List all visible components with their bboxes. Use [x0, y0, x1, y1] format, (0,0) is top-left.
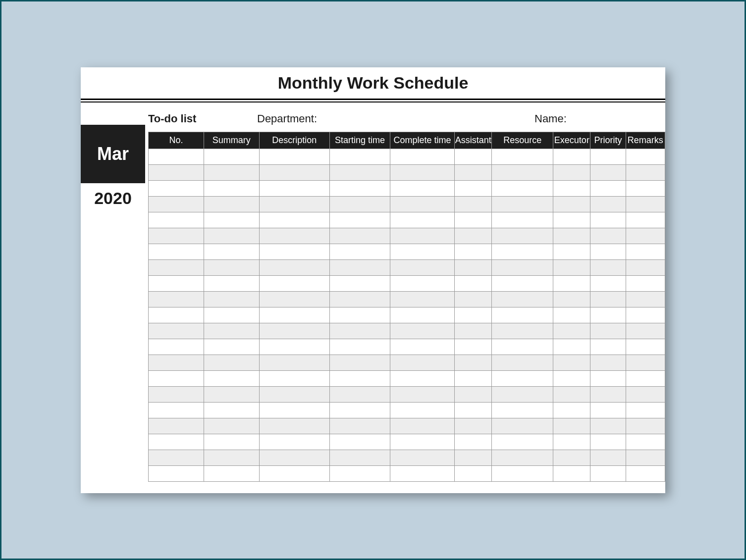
table-cell[interactable]: [390, 196, 454, 212]
table-cell[interactable]: [455, 149, 492, 164]
table-cell[interactable]: [590, 434, 626, 450]
table-cell[interactable]: [149, 386, 204, 402]
table-cell[interactable]: [329, 307, 390, 323]
table-cell[interactable]: [329, 275, 390, 291]
table-cell[interactable]: [590, 402, 626, 418]
table-cell[interactable]: [204, 212, 259, 228]
table-cell[interactable]: [149, 291, 204, 307]
table-cell[interactable]: [492, 228, 553, 244]
table-cell[interactable]: [590, 323, 626, 339]
table-cell[interactable]: [455, 291, 492, 307]
table-cell[interactable]: [492, 212, 553, 228]
table-cell[interactable]: [553, 164, 590, 180]
table-cell[interactable]: [492, 465, 553, 481]
table-cell[interactable]: [553, 244, 590, 259]
table-cell[interactable]: [455, 212, 492, 228]
table-cell[interactable]: [329, 465, 390, 481]
table-cell[interactable]: [590, 244, 626, 259]
table-cell[interactable]: [204, 370, 259, 386]
table-cell[interactable]: [204, 259, 259, 275]
table-cell[interactable]: [390, 180, 454, 196]
table-cell[interactable]: [492, 259, 553, 275]
table-cell[interactable]: [626, 307, 665, 323]
table-cell[interactable]: [626, 149, 665, 164]
table-cell[interactable]: [329, 323, 390, 339]
table-cell[interactable]: [204, 418, 259, 434]
table-cell[interactable]: [329, 386, 390, 402]
table-cell[interactable]: [626, 386, 665, 402]
table-cell[interactable]: [259, 307, 329, 323]
table-cell[interactable]: [259, 434, 329, 450]
table-cell[interactable]: [390, 434, 454, 450]
table-cell[interactable]: [204, 180, 259, 196]
table-cell[interactable]: [204, 164, 259, 180]
table-cell[interactable]: [149, 339, 204, 355]
table-cell[interactable]: [390, 149, 454, 164]
table-cell[interactable]: [626, 339, 665, 355]
table-cell[interactable]: [204, 228, 259, 244]
table-cell[interactable]: [259, 244, 329, 259]
table-cell[interactable]: [329, 291, 390, 307]
table-cell[interactable]: [329, 196, 390, 212]
table-cell[interactable]: [553, 291, 590, 307]
table-cell[interactable]: [553, 418, 590, 434]
table-cell[interactable]: [259, 323, 329, 339]
table-cell[interactable]: [329, 180, 390, 196]
table-cell[interactable]: [553, 228, 590, 244]
table-cell[interactable]: [390, 402, 454, 418]
table-cell[interactable]: [492, 307, 553, 323]
table-cell[interactable]: [329, 244, 390, 259]
table-cell[interactable]: [259, 180, 329, 196]
table-cell[interactable]: [553, 370, 590, 386]
table-cell[interactable]: [259, 339, 329, 355]
table-cell[interactable]: [204, 323, 259, 339]
table-cell[interactable]: [390, 291, 454, 307]
table-cell[interactable]: [390, 450, 454, 465]
table-cell[interactable]: [149, 434, 204, 450]
table-cell[interactable]: [626, 465, 665, 481]
table-cell[interactable]: [259, 291, 329, 307]
table-cell[interactable]: [590, 275, 626, 291]
table-cell[interactable]: [455, 418, 492, 434]
table-cell[interactable]: [259, 259, 329, 275]
table-cell[interactable]: [492, 434, 553, 450]
table-cell[interactable]: [455, 355, 492, 370]
table-cell[interactable]: [149, 370, 204, 386]
table-cell[interactable]: [149, 180, 204, 196]
table-cell[interactable]: [492, 339, 553, 355]
table-cell[interactable]: [590, 180, 626, 196]
table-cell[interactable]: [492, 149, 553, 164]
table-cell[interactable]: [149, 196, 204, 212]
table-cell[interactable]: [590, 149, 626, 164]
table-cell[interactable]: [204, 149, 259, 164]
table-cell[interactable]: [149, 149, 204, 164]
table-cell[interactable]: [553, 212, 590, 228]
table-cell[interactable]: [149, 212, 204, 228]
table-cell[interactable]: [259, 450, 329, 465]
table-cell[interactable]: [329, 212, 390, 228]
table-cell[interactable]: [626, 212, 665, 228]
table-cell[interactable]: [492, 418, 553, 434]
table-cell[interactable]: [390, 259, 454, 275]
table-cell[interactable]: [149, 418, 204, 434]
table-cell[interactable]: [204, 450, 259, 465]
table-cell[interactable]: [590, 212, 626, 228]
table-cell[interactable]: [492, 244, 553, 259]
table-cell[interactable]: [204, 196, 259, 212]
table-cell[interactable]: [553, 275, 590, 291]
table-cell[interactable]: [455, 402, 492, 418]
table-cell[interactable]: [626, 418, 665, 434]
table-cell[interactable]: [204, 275, 259, 291]
table-cell[interactable]: [455, 164, 492, 180]
table-cell[interactable]: [204, 291, 259, 307]
table-cell[interactable]: [149, 465, 204, 481]
table-cell[interactable]: [455, 307, 492, 323]
table-cell[interactable]: [626, 275, 665, 291]
table-cell[interactable]: [492, 355, 553, 370]
table-cell[interactable]: [259, 212, 329, 228]
table-cell[interactable]: [492, 370, 553, 386]
table-cell[interactable]: [492, 450, 553, 465]
table-cell[interactable]: [259, 386, 329, 402]
table-cell[interactable]: [553, 465, 590, 481]
table-cell[interactable]: [626, 355, 665, 370]
